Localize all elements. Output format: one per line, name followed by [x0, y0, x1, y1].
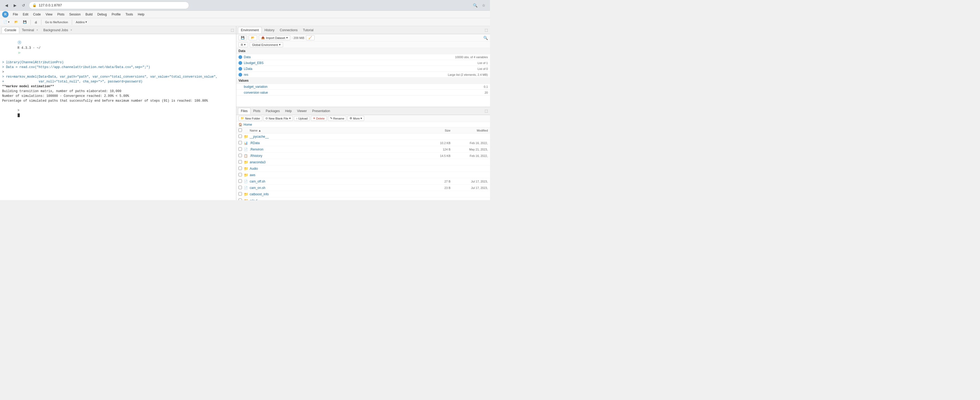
tab-terminal-close[interactable]: × — [36, 29, 38, 32]
menu-help[interactable]: Help — [136, 12, 146, 17]
file-name-10[interactable]: crls.d — [250, 199, 429, 200]
new-blank-file-button[interactable]: ⊙ New Blank File ▾ — [263, 116, 293, 121]
new-folder-button[interactable]: 📁 New Folder — [239, 116, 262, 121]
new-file-button[interactable]: 📄 ▾ — [2, 19, 11, 25]
tab-history[interactable]: History — [262, 27, 277, 33]
env-row-budget-variation[interactable]: budget_variation 0.1 — [236, 84, 490, 90]
file-name-5[interactable]: Audio — [250, 167, 429, 170]
menu-plots[interactable]: Plots — [55, 12, 67, 17]
addins-button[interactable]: Addins ▾ — [74, 19, 89, 25]
save-button[interactable]: 💾 — [21, 19, 29, 25]
import-dataset-button[interactable]: 📥 Import Dataset ▾ — [259, 35, 290, 40]
file-checkbox-6[interactable] — [239, 173, 242, 176]
list-item[interactable]: 📁 anaconda3 — [236, 159, 490, 165]
file-name-7[interactable]: cam_off.sh — [250, 179, 429, 183]
menu-code[interactable]: Code — [31, 12, 43, 17]
file-name-2[interactable]: .Renviron — [250, 148, 429, 151]
reload-button[interactable]: ↺ — [20, 2, 27, 8]
browser-search-button[interactable]: 🔍 — [472, 2, 478, 8]
file-name-4[interactable]: anaconda3 — [250, 160, 429, 164]
address-bar[interactable]: 🔒 127.0.0.1:8787 — [29, 2, 189, 9]
env-row-data[interactable]: Data 10000 obs. of 4 variables — [236, 54, 490, 60]
list-item[interactable]: 📄 .Renviron 124 B May 21, 2023, — [236, 146, 490, 152]
file-name-9[interactable]: catboost_info — [250, 192, 429, 196]
upload-button[interactable]: ↑ Upload — [294, 116, 310, 121]
go-to-function-button[interactable]: Go to file/function — [43, 19, 70, 25]
file-name-8[interactable]: cam_on.sh — [250, 186, 429, 190]
file-name-0[interactable]: __pycache__ — [250, 135, 429, 138]
env-name-res[interactable]: res — [244, 73, 448, 76]
env-row-ldata[interactable]: LData List of 0 — [236, 66, 490, 72]
list-item[interactable]: 📁 crls.d — [236, 197, 490, 200]
list-item[interactable]: 📋 .Rhistory 14.5 KB Feb 16, 2022, — [236, 152, 490, 159]
env-name-data[interactable]: Data — [244, 55, 455, 59]
tab-presentation[interactable]: Presentation — [310, 108, 333, 114]
file-checkbox-10[interactable] — [239, 198, 242, 200]
file-checkbox-8[interactable] — [239, 186, 242, 189]
menu-debug[interactable]: Debug — [95, 12, 109, 17]
menu-view[interactable]: View — [43, 12, 55, 17]
env-name-lbudget[interactable]: Lbudget_EBS — [244, 61, 477, 65]
breadcrumb-home[interactable]: Home — [243, 123, 252, 127]
list-item[interactable]: 📄 cam_off.sh 27 B Jul 17, 2023, — [236, 178, 490, 185]
file-checkbox-9[interactable] — [239, 192, 242, 195]
tab-viewer[interactable]: Viewer — [294, 108, 309, 114]
file-name-3[interactable]: .Rhistory — [250, 154, 429, 158]
tab-terminal[interactable]: Terminal × — [19, 27, 41, 33]
file-checkbox-2[interactable] — [239, 147, 242, 151]
tab-connections[interactable]: Connections — [277, 27, 301, 33]
print-button[interactable]: 🖨 — [33, 19, 39, 25]
list-item[interactable]: 📁 aws — [236, 172, 490, 178]
menu-file[interactable]: File — [11, 12, 20, 17]
env-name-ldata[interactable]: LData — [244, 67, 477, 71]
load-workspace-button[interactable]: 📂 — [248, 35, 257, 40]
list-item[interactable]: 📁 __pycache__ — [236, 133, 490, 140]
back-button[interactable]: ◀ — [3, 2, 10, 8]
menu-build[interactable]: Build — [83, 12, 95, 17]
tab-console[interactable]: Console — [2, 27, 19, 33]
file-checkbox-1[interactable] — [239, 141, 242, 144]
save-workspace-button[interactable]: 💾 — [239, 35, 247, 40]
list-item[interactable]: 📁 Audio — [236, 165, 490, 172]
r-scope-select[interactable]: R ▾ — [239, 42, 248, 47]
file-name-1[interactable]: .RData — [250, 141, 429, 145]
menu-edit[interactable]: Edit — [21, 12, 30, 17]
tab-background-jobs[interactable]: Background Jobs × — [41, 27, 75, 33]
tab-plots[interactable]: Plots — [250, 108, 263, 114]
maximize-right-bottom[interactable]: ⬚ — [484, 108, 488, 113]
clear-workspace-button[interactable]: 🧹 — [306, 35, 315, 40]
tab-background-jobs-close[interactable]: × — [70, 29, 72, 32]
maximize-right-top[interactable]: ⬚ — [484, 27, 488, 33]
file-checkbox-7[interactable] — [239, 179, 242, 183]
delete-button[interactable]: ✕ Delete — [311, 116, 327, 121]
forward-button[interactable]: ▶ — [12, 2, 18, 8]
file-checkbox-3[interactable] — [239, 154, 242, 157]
bookmark-button[interactable]: ☆ — [480, 2, 487, 8]
more-button[interactable]: ⚙ More ▾ — [347, 116, 364, 121]
rename-button[interactable]: ✎ Rename — [328, 116, 347, 121]
env-row-res[interactable]: res Large list (2 elements, 2.4 MB) — [236, 72, 490, 78]
global-env-select[interactable]: Global Environment ▾ — [250, 42, 283, 47]
list-item[interactable]: 📊 .RData 10.2 KB Feb 16, 2022, — [236, 140, 490, 146]
tab-packages[interactable]: Packages — [263, 108, 283, 114]
open-file-button[interactable]: 📂 — [13, 19, 20, 25]
tab-help[interactable]: Help — [283, 108, 294, 114]
file-checkbox-5[interactable] — [239, 167, 242, 170]
console-area[interactable]: Ⓡ R 4.3.3 · ~/ ▷ > library(ChannelAttrib… — [0, 34, 236, 200]
select-all-checkbox[interactable] — [239, 129, 242, 132]
maximize-left-pane[interactable]: ⬚ — [230, 27, 234, 33]
file-checkbox-0[interactable] — [239, 135, 242, 138]
menu-tools[interactable]: Tools — [123, 12, 135, 17]
env-row-conversion-value[interactable]: conversion value 20 — [236, 90, 490, 95]
list-item[interactable]: 📁 catboost_info — [236, 191, 490, 197]
file-name-6[interactable]: aws — [250, 173, 429, 177]
menu-session[interactable]: Session — [67, 12, 83, 17]
tab-tutorial[interactable]: Tutorial — [300, 27, 316, 33]
tab-files[interactable]: Files — [238, 108, 250, 114]
env-row-lbudget[interactable]: Lbudget_EBS List of 1 — [236, 60, 490, 66]
env-search-button[interactable]: 🔍 — [483, 36, 488, 40]
name-column-header[interactable]: Name ▲ — [250, 129, 429, 132]
tab-environment[interactable]: Environment — [238, 27, 262, 33]
list-item[interactable]: 📄 cam_on.sh 23 B Jul 17, 2023, — [236, 185, 490, 191]
file-checkbox-4[interactable] — [239, 160, 242, 163]
